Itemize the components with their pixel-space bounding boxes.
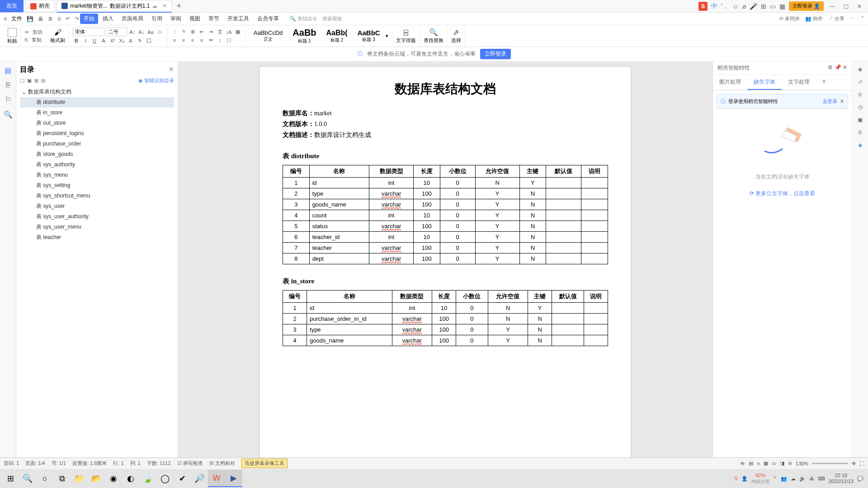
coop-button[interactable]: 👥 协作 [805, 15, 823, 22]
close-icon[interactable]: ✕ [162, 3, 167, 9]
maximize-icon[interactable]: ▢ [841, 3, 851, 9]
borders-icon[interactable]: ▢ [225, 37, 232, 44]
collapse-icon[interactable]: ⌃ [860, 15, 864, 22]
outline-item[interactable]: 表 purchase_order [20, 139, 174, 149]
everything-icon[interactable]: 🔎 [191, 470, 208, 487]
rs-style-icon[interactable]: ⎚ [859, 91, 862, 98]
minimize-icon[interactable]: — [827, 3, 837, 9]
search-tab-icon[interactable]: 🔍 [4, 110, 13, 119]
copy-button[interactable]: ⎘ 复制 [25, 37, 42, 43]
menu-review[interactable]: 审阅 [167, 14, 185, 24]
paste-button[interactable]: 粘贴 [7, 28, 17, 44]
menu-member[interactable]: 会员专享 [254, 14, 283, 24]
doc-tab-2[interactable]: market物资管... 数据设计文档1.1 ☁ ✕ [57, 0, 172, 13]
eye-icon[interactable]: 👁 [740, 461, 745, 466]
align-justify-icon[interactable]: ≡ [198, 37, 205, 44]
outline-item[interactable]: 表 in_store [20, 108, 174, 118]
app-green-icon[interactable]: 🍃 [139, 470, 156, 487]
bookmark-tab-icon[interactable]: ⚐ [5, 95, 11, 104]
doc-tab-1[interactable]: 稻壳 [25, 0, 55, 12]
ime-cn-icon[interactable]: 中 [711, 2, 717, 10]
search-button[interactable]: 🔍 [19, 470, 36, 487]
rs-image-icon[interactable]: ▣ [858, 117, 863, 123]
clock[interactable]: 22:182022/11/13 [829, 473, 854, 484]
more-icon[interactable]: ⋯ [850, 15, 855, 22]
chrome-icon[interactable]: ◯ [156, 470, 174, 487]
home-tab[interactable]: 首页 [0, 0, 24, 12]
tray-net-icon[interactable]: 🖧 [809, 476, 814, 481]
rightpanel-settings-icon[interactable]: ⚙ [828, 64, 833, 70]
ime-emoji-icon[interactable]: ☺ [732, 3, 739, 10]
menu-layout[interactable]: 页面布局 [118, 14, 147, 24]
explorer-icon[interactable]: 📁 [71, 470, 88, 487]
fullscreen-icon[interactable]: ⛶ [859, 461, 864, 466]
file-menu[interactable]: 文件 [11, 15, 22, 23]
outline-item[interactable]: 表 out_store [20, 118, 174, 128]
align-left-icon[interactable]: ≡ [171, 37, 178, 44]
share-button[interactable]: ↗ 分享 [828, 15, 844, 22]
app-green2-icon[interactable]: ✔ [174, 470, 191, 487]
menu-devtools[interactable]: 开发工具 [224, 14, 253, 24]
clear-format-icon[interactable]: ◇ [156, 28, 163, 36]
login-button[interactable]: 立即登录 👤 [789, 1, 824, 11]
outline-item[interactable]: 表 sys_setting [20, 180, 174, 191]
outline-tab-icon[interactable]: ▤ [5, 66, 11, 75]
proofread-toggle[interactable]: ☒ 文档校对 [209, 460, 235, 467]
clipboard-tab-icon[interactable]: ⎘ [6, 81, 10, 89]
tray-person-icon[interactable]: 👤 [741, 476, 748, 482]
select-button[interactable]: ⬀选择 [451, 28, 461, 44]
superscript-icon[interactable]: X² [109, 37, 116, 44]
outline-root[interactable]: ⌄数据库表结构文档 [20, 87, 174, 97]
tray-ime-icon[interactable]: ⌨ [818, 476, 825, 482]
tab-fonts[interactable]: 缺失字体 [747, 75, 782, 90]
export-icon[interactable]: ⎘ [58, 16, 61, 22]
rightpanel-pin-icon[interactable]: 📌 [835, 64, 841, 70]
subscript-icon[interactable]: X₂ [118, 37, 125, 44]
view-web-icon[interactable]: ▦ [764, 460, 768, 466]
find-replace-button[interactable]: 🔍查找替换 [424, 28, 443, 44]
folder-icon[interactable]: 📂 [88, 470, 105, 487]
outline-item[interactable]: 表 sys_authority [20, 160, 174, 170]
ime-punct-icon[interactable]: '， [721, 2, 729, 10]
outline-item[interactable]: 表 sys_user [20, 201, 174, 211]
outline-item[interactable]: 表 teacher [20, 232, 174, 243]
tray-cloud-icon[interactable]: ☁ [791, 476, 796, 482]
font-size-select[interactable]: 二号 [106, 28, 127, 36]
wps-icon[interactable]: W [208, 470, 225, 487]
style-body[interactable]: AaBbCcDd正文 [249, 28, 287, 43]
page-number[interactable]: 页码: 1 [4, 460, 19, 467]
sogou-icon[interactable]: S [698, 2, 708, 11]
sync-status[interactable]: ⟳ 未同步 [779, 15, 800, 22]
style-h2[interactable]: AaBb(标题 2 [322, 28, 352, 44]
line-spacing-icon[interactable]: ↕A [225, 28, 232, 36]
bold-icon[interactable]: B [73, 37, 80, 44]
undo-icon[interactable]: ↶ [66, 16, 70, 22]
increase-font-icon[interactable]: A↑ [129, 28, 136, 36]
outline-tool-3[interactable]: ⊞ [34, 78, 38, 84]
tab-text[interactable]: 文字处理 [782, 75, 816, 90]
zoom-out-icon[interactable]: ⊝ [788, 460, 792, 466]
style-h3[interactable]: AaBbC标题 3 [353, 28, 385, 44]
line-height-icon[interactable]: ↕ [216, 37, 223, 44]
menu-view[interactable]: 视图 [186, 14, 204, 24]
close-outline-icon[interactable]: ✕ [168, 65, 174, 75]
rs-select-icon[interactable]: ⬀ [858, 79, 863, 85]
italic-icon[interactable]: I [82, 37, 89, 44]
ime-mic-icon[interactable]: 🎤 [750, 3, 757, 10]
outline-item[interactable]: 表 distribute [20, 97, 174, 108]
redo-icon[interactable]: ↷ [75, 16, 79, 22]
close-window-icon[interactable]: ✕ [854, 3, 864, 9]
smart-outline-button[interactable]: ◉ 智能识别目录 [138, 77, 174, 84]
add-tab-button[interactable]: + [176, 1, 181, 11]
outline-item[interactable]: 表 store_goods [20, 149, 174, 160]
search-input[interactable]: 🔍 查找命令、搜索模板 [290, 15, 342, 22]
zoom-in-icon[interactable]: ⊕ [852, 460, 856, 466]
tray-volume-icon[interactable]: 🔊 [799, 476, 806, 482]
distribute-icon[interactable]: ⇔ [207, 37, 214, 44]
memory-usage[interactable]: 92%内存占用 [751, 473, 769, 484]
indent-dec-icon[interactable]: ⇤ [198, 28, 205, 36]
cortana-button[interactable]: ○ [36, 470, 53, 487]
char-border-icon[interactable]: 囗 [145, 37, 152, 44]
format-brush-button[interactable]: 🖌 格式刷 [50, 28, 65, 44]
tray-up-icon[interactable]: ⌃ [773, 476, 777, 482]
